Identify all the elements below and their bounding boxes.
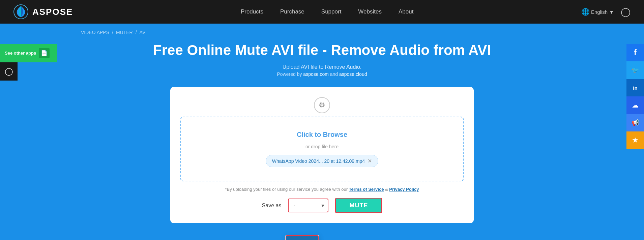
cloud-icon: ☁	[632, 101, 639, 109]
logo-text: ASPOSE	[32, 7, 73, 17]
settings-icon[interactable]: ⚙	[314, 97, 330, 113]
star-button[interactable]: ★	[626, 131, 644, 149]
breadcrumb: VIDEO APPS / MUTER / AVI	[0, 24, 644, 38]
breadcrumb-avi: AVI	[140, 30, 147, 35]
dropdown-overlay: - MP4 AVI FLV MKV MOV WEBM WMV	[285, 235, 319, 240]
linkedin-icon: in	[633, 85, 637, 91]
nav-support[interactable]: Support	[321, 8, 342, 15]
github-button[interactable]: ◯	[0, 62, 18, 81]
and-text: and	[330, 71, 339, 77]
globe-icon: 🌐	[581, 8, 590, 16]
doc-icon: 📄	[39, 48, 50, 58]
aspose-com-link[interactable]: aspose.com	[303, 71, 328, 77]
drop-click-text[interactable]: Click to Browse	[297, 131, 347, 139]
language-selector[interactable]: 🌐 English ▼	[581, 8, 614, 16]
drop-area[interactable]: Click to Browse or drop file here WhatsA…	[180, 117, 464, 181]
mute-button[interactable]: MUTE	[335, 198, 382, 213]
twitter-button[interactable]: 🐦	[626, 61, 644, 79]
subtitle: Upload AVI file to Remove Audio.	[81, 64, 563, 70]
nav-products[interactable]: Products	[241, 8, 263, 15]
breadcrumb-muter[interactable]: MUTER	[116, 30, 133, 35]
remove-file-button[interactable]: ✕	[368, 158, 372, 164]
aspose-logo-icon	[13, 4, 28, 19]
see-other-apps-button[interactable]: See other apps 📄	[0, 44, 57, 62]
lang-arrow: ▼	[609, 9, 614, 15]
logo-area: ASPOSE	[13, 4, 73, 19]
dropdown-header: -	[286, 235, 319, 240]
save-as-label: Save as	[262, 203, 282, 209]
and-text2: &	[385, 187, 389, 192]
privacy-link[interactable]: Privacy Policy	[389, 187, 419, 192]
facebook-icon: f	[634, 48, 637, 57]
language-label: English	[591, 9, 608, 15]
side-left-panel: See other apps 📄 ◯	[0, 44, 57, 81]
upload-box: ⚙ Click to Browse or drop file here What…	[170, 87, 474, 223]
powered-by-text: Powered by	[277, 71, 303, 77]
disclaimer-text: *By uploading your files or using our se…	[225, 187, 349, 192]
nav-purchase[interactable]: Purchase	[280, 8, 304, 15]
social-sidebar: f 🐦 in ☁ 📢 ★	[626, 44, 644, 149]
see-other-apps-label: See other apps	[5, 51, 36, 56]
page-title: Free Online Mute AVI file - Remove Audio…	[81, 42, 563, 59]
navbar-right: 🌐 English ▼ ◯	[581, 7, 631, 17]
save-row: Save as - MP4 AVI FLV MKV MOV WEBM WMV ▼…	[180, 198, 464, 213]
terms-link[interactable]: Terms of Service	[349, 187, 384, 192]
file-name: WhatsApp Video 2024... 20 at 12.42.09.mp…	[272, 158, 365, 164]
nav-links: Products Purchase Support Websites About	[241, 8, 414, 15]
cloud-button[interactable]: ☁	[626, 96, 644, 114]
nav-about[interactable]: About	[399, 8, 413, 15]
browse-link[interactable]: Click to Browse	[297, 131, 347, 138]
file-tag: WhatsApp Video 2024... 20 at 12.42.09.mp…	[266, 155, 378, 167]
user-account-icon[interactable]: ◯	[621, 7, 631, 17]
format-select[interactable]: - MP4 AVI FLV MKV MOV WEBM WMV	[288, 199, 328, 212]
format-select-wrapper: - MP4 AVI FLV MKV MOV WEBM WMV ▼ - MP4 A…	[288, 199, 328, 212]
drop-or-text: or drop file here	[305, 144, 339, 149]
star-icon: ★	[632, 136, 639, 145]
navbar: ASPOSE Products Purchase Support Website…	[0, 0, 644, 24]
github-icon: ◯	[5, 67, 13, 76]
nav-websites[interactable]: Websites	[358, 8, 382, 15]
twitter-icon: 🐦	[632, 66, 639, 74]
disclaimer: *By uploading your files or using our se…	[180, 187, 464, 192]
linkedin-button[interactable]: in	[626, 79, 644, 96]
announce-button[interactable]: 📢	[626, 114, 644, 131]
breadcrumb-video-apps[interactable]: VIDEO APPS	[81, 30, 109, 35]
settings-row: ⚙	[180, 97, 464, 113]
aspose-cloud-link[interactable]: aspose.cloud	[339, 71, 367, 77]
powered-by: Powered by aspose.com and aspose.cloud	[81, 71, 563, 77]
announce-icon: 📢	[632, 119, 639, 126]
main-content: Free Online Mute AVI file - Remove Audio…	[0, 38, 644, 240]
facebook-button[interactable]: f	[626, 44, 644, 61]
